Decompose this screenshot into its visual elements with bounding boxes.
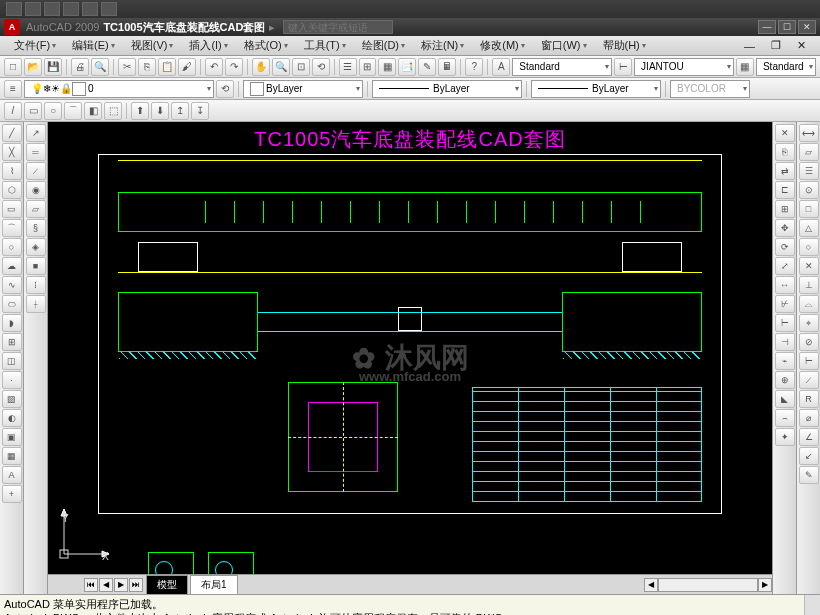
3dface-icon[interactable]: ◈ [26,238,46,256]
tab-first-icon[interactable]: ⏮ [84,578,98,592]
app-logo-icon[interactable]: A [4,19,20,35]
erase-icon[interactable]: ✕ [775,124,795,142]
block-icon[interactable]: ◫ [2,352,22,370]
dim-edit-icon[interactable]: ✎ [799,466,819,484]
menu-draw[interactable]: 绘图(D)▾ [354,36,413,55]
divide-icon[interactable]: ⁞ [26,276,46,294]
arc-icon[interactable]: ⌒ [2,219,22,237]
spline-icon[interactable]: ∿ [2,276,22,294]
open-icon[interactable]: 📂 [24,58,42,76]
move-icon[interactable]: ✥ [775,219,795,237]
preview-icon[interactable]: 🔍 [91,58,109,76]
array-icon[interactable]: ⊞ [775,200,795,218]
qat-redo-icon[interactable] [82,2,98,16]
markup-icon[interactable]: ✎ [418,58,436,76]
mline-icon[interactable]: ═ [26,143,46,161]
qat-save-icon[interactable] [44,2,60,16]
hscroll-track[interactable] [658,578,758,592]
circle-icon[interactable]: ○ [2,238,22,256]
point-icon[interactable]: · [2,371,22,389]
match-icon[interactable]: 🖌 [178,58,196,76]
hatch-icon[interactable]: ▨ [2,390,22,408]
extend-icon[interactable]: ⊢ [775,314,795,332]
textstyle-combo[interactable]: Standard [512,58,612,76]
dimstyle-combo[interactable]: JIANTOU [634,58,734,76]
join-icon[interactable]: ⊕ [775,371,795,389]
hscroll-left-icon[interactable]: ◀ [644,578,658,592]
qat-open-icon[interactable] [25,2,41,16]
list-icon[interactable]: ☰ [799,162,819,180]
osnap-tan-icon[interactable]: ⌓ [799,295,819,313]
break-icon[interactable]: ⌁ [775,352,795,370]
dc-icon[interactable]: ⊞ [359,58,377,76]
doc-close-button[interactable]: ✕ [789,37,814,54]
zoom-prev-icon[interactable]: ⟲ [312,58,330,76]
rectangle-icon[interactable]: ▭ [2,200,22,218]
trim-icon[interactable]: ⊬ [775,295,795,313]
qat-print-icon[interactable] [101,2,117,16]
menu-file[interactable]: 文件(F)▾ [6,36,64,55]
help-search-input[interactable] [283,20,393,34]
solid-icon[interactable]: ■ [26,257,46,275]
minimize-button[interactable]: — [758,20,776,34]
textstyle-icon[interactable]: A [492,58,510,76]
tab-next-icon[interactable]: ▶ [114,578,128,592]
qat-undo-icon[interactable] [63,2,79,16]
undo-icon[interactable]: ↶ [205,58,223,76]
menu-view[interactable]: 视图(V)▾ [123,36,182,55]
chamfer-icon[interactable]: ◣ [775,390,795,408]
qat-new-icon[interactable] [6,2,22,16]
redo-icon[interactable]: ↷ [225,58,243,76]
zoom-win-icon[interactable]: ⊡ [292,58,310,76]
props-icon[interactable]: ☰ [339,58,357,76]
below-icon[interactable]: ↧ [191,102,209,120]
ellipse-icon[interactable]: ⬭ [2,295,22,313]
pline-icon[interactable]: ⌇ [2,162,22,180]
ellipsearc-icon[interactable]: ◗ [2,314,22,332]
tp-icon[interactable]: ▦ [378,58,396,76]
zoom-rt-icon[interactable]: 🔍 [272,58,290,76]
dist-icon[interactable]: ⟷ [799,124,819,142]
paste-icon[interactable]: 📋 [158,58,176,76]
menu-tools[interactable]: 工具(T)▾ [296,36,354,55]
explode-icon[interactable]: ✦ [775,428,795,446]
menu-edit[interactable]: 编辑(E)▾ [64,36,123,55]
dim-leader-icon[interactable]: ↙ [799,447,819,465]
plotstyle-combo[interactable]: BYCOLOR [670,80,750,98]
mirror-icon[interactable]: ⇄ [775,162,795,180]
menu-dimension[interactable]: 标注(N)▾ [413,36,472,55]
table-icon[interactable]: ▦ [2,447,22,465]
osnap-int-icon[interactable]: ✕ [799,257,819,275]
addsel-icon[interactable]: + [2,485,22,503]
command-line[interactable]: AutoCAD 菜单实用程序已加载。 Autodesk DWG。 此文件上次由 … [0,594,820,615]
osnap-none-icon[interactable]: ⊘ [799,333,819,351]
close-button[interactable]: ✕ [798,20,816,34]
offset-icon[interactable]: ⊏ [775,181,795,199]
tab-layout1[interactable]: 布局1 [190,575,238,594]
doc-minimize-button[interactable]: — [736,38,763,54]
scale-icon[interactable]: ⤢ [775,257,795,275]
dim-angular-icon[interactable]: ∠ [799,428,819,446]
rect-sm-icon[interactable]: ▭ [24,102,42,120]
menu-window[interactable]: 窗口(W)▾ [533,36,595,55]
osnap-mid-icon[interactable]: △ [799,219,819,237]
drawing-canvas[interactable]: TC1005汽车底盘装配线CAD套图 [48,122,772,594]
dimstyle-icon[interactable]: ⊢ [614,58,632,76]
stretch-icon[interactable]: ↔ [775,276,795,294]
pan-icon[interactable]: ✋ [252,58,270,76]
above-icon[interactable]: ↥ [171,102,189,120]
dim-aligned-icon[interactable]: ⟋ [799,371,819,389]
wipeout-icon[interactable]: ▱ [26,200,46,218]
front-icon[interactable]: ⬆ [131,102,149,120]
osnap-cen-icon[interactable]: ○ [799,238,819,256]
linetype-combo[interactable]: ByLayer [372,80,522,98]
layer-prev-icon[interactable]: ⟲ [216,80,234,98]
3dpoly-icon[interactable]: ⟋ [26,162,46,180]
layer-props-icon[interactable]: ≡ [4,80,22,98]
rotate-icon[interactable]: ⟳ [775,238,795,256]
tab-model[interactable]: 模型 [146,575,188,594]
new-icon[interactable]: □ [4,58,22,76]
line-icon[interactable]: ╱ [2,124,22,142]
copy-icon[interactable]: ⎘ [138,58,156,76]
area-icon[interactable]: ▱ [799,143,819,161]
